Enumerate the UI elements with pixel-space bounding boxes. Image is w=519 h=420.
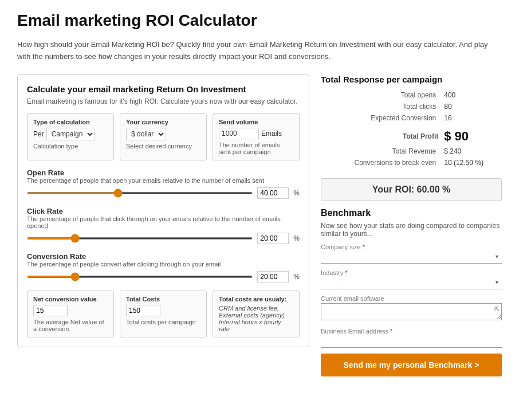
net-conversion-input[interactable] bbox=[33, 305, 68, 316]
email-software-label: Current email software bbox=[321, 295, 502, 302]
benchmark-section: Benchmark Now see how your stats are doi… bbox=[321, 208, 502, 376]
table-row: Expected Conversion 16 bbox=[322, 113, 501, 123]
total-response-heading: Total Response per campaign bbox=[321, 74, 502, 84]
click-rate-section: Click Rate The percentage of people that… bbox=[27, 207, 300, 244]
type-of-calc-label: Type of calculation bbox=[33, 119, 108, 125]
resize-icon: ⇱ bbox=[494, 305, 500, 313]
industry-label: Industry * bbox=[321, 269, 502, 276]
click-rate-desc: The percentage of people that click thro… bbox=[27, 215, 300, 229]
currency-desc: Select desired currency bbox=[126, 143, 200, 150]
total-costs-note-items: CRM and license fee, External costs (age… bbox=[219, 305, 293, 332]
total-costs-field: Total Costs Total costs per campaign bbox=[120, 291, 207, 337]
total-profit-value: $ 90 bbox=[442, 124, 501, 145]
left-heading: Calculate your email marketing Return On… bbox=[27, 84, 300, 94]
click-rate-input[interactable] bbox=[257, 233, 289, 244]
open-rate-input[interactable] bbox=[257, 187, 289, 199]
left-subtitle: Email marketing is famous for it's high … bbox=[27, 97, 300, 105]
total-profit-label: Total Profit bbox=[322, 124, 441, 145]
table-row: Total opens 400 bbox=[322, 90, 501, 100]
conversion-rate-input[interactable] bbox=[257, 271, 289, 282]
company-size-label: Company size * bbox=[321, 244, 502, 250]
industry-select[interactable] bbox=[321, 277, 502, 289]
open-rate-pct: % bbox=[293, 189, 300, 197]
conversion-rate-label: Conversion Rate bbox=[27, 252, 300, 261]
break-even-label: Conversions to break even bbox=[322, 158, 441, 168]
total-clicks-value: 80 bbox=[442, 101, 501, 112]
expected-conv-label: Expected Conversion bbox=[322, 113, 441, 123]
table-row: Total Revenue $ 240 bbox=[322, 146, 501, 156]
click-rate-slider[interactable] bbox=[27, 237, 253, 240]
break-even-value: 10 (12.50 %) bbox=[442, 158, 501, 168]
industry-required: * bbox=[345, 269, 347, 276]
open-rate-desc: The percentage of people that open your … bbox=[27, 177, 300, 184]
per-label: Per bbox=[33, 130, 44, 138]
send-volume-input[interactable] bbox=[219, 128, 259, 139]
expected-conv-value: 16 bbox=[442, 113, 501, 123]
net-conversion-field: Net conversion value The average Net val… bbox=[27, 291, 114, 337]
total-costs-note-field: Total costs are usualy: CRM and license … bbox=[213, 291, 300, 337]
right-panel: Total Response per campaign Total opens … bbox=[321, 74, 502, 376]
email-address-field: Business Email-address * bbox=[321, 328, 502, 348]
company-size-field: Company size * bbox=[321, 244, 502, 264]
table-row: Total Profit $ 90 bbox=[322, 124, 501, 145]
table-row: Conversions to break even 10 (12.50 %) bbox=[322, 158, 501, 168]
send-volume-label: Send volume bbox=[219, 119, 293, 125]
open-rate-section: Open Rate The percentage of people that … bbox=[27, 168, 300, 199]
stats-table: Total opens 400 Total clicks 80 Expected… bbox=[321, 89, 502, 169]
currency-field: Your currency $ dollar Select desired cu… bbox=[120, 113, 207, 160]
type-of-calc-field: Type of calculation Per Campaign Calcula… bbox=[27, 113, 114, 160]
currency-select[interactable]: $ dollar bbox=[126, 128, 166, 140]
conversion-rate-slider[interactable] bbox=[27, 276, 253, 278]
net-conversion-desc: The average Net value of a conversion bbox=[33, 319, 108, 332]
email-address-label: Business Email-address * bbox=[321, 328, 502, 335]
conversion-rate-desc: The percentage of people convert after c… bbox=[27, 261, 300, 268]
calc-type-desc: Calculation type bbox=[33, 143, 108, 150]
page-intro: How high should your Email Marketing ROI… bbox=[17, 39, 502, 63]
email-address-required: * bbox=[390, 328, 392, 335]
table-row: Total clicks 80 bbox=[322, 101, 501, 112]
total-revenue-label: Total Revenue bbox=[322, 146, 441, 156]
total-costs-desc: Total costs per campaign bbox=[126, 319, 200, 325]
net-conversion-label: Net conversion value bbox=[33, 296, 108, 303]
main-layout: Calculate your email marketing Return On… bbox=[17, 74, 502, 376]
conversion-rate-pct: % bbox=[293, 273, 300, 281]
bottom-fields: Net conversion value The average Net val… bbox=[27, 291, 300, 337]
page-title: Email marketing ROI Calculator bbox=[17, 11, 502, 30]
left-panel: Calculate your email marketing Return On… bbox=[17, 74, 309, 347]
email-address-input[interactable] bbox=[321, 336, 502, 348]
calc-type-select[interactable]: Campaign bbox=[46, 128, 95, 140]
total-clicks-label: Total clicks bbox=[322, 101, 441, 112]
send-volume-unit: Emails bbox=[261, 129, 282, 138]
open-rate-slider[interactable] bbox=[27, 192, 253, 194]
conversion-rate-section: Conversion Rate The percentage of people… bbox=[27, 252, 300, 282]
company-size-required: * bbox=[363, 244, 365, 250]
click-rate-label: Click Rate bbox=[27, 207, 300, 215]
email-software-field: Current email software ⇱ bbox=[321, 295, 502, 322]
send-volume-desc: The number of emails sent per campaign bbox=[219, 142, 293, 155]
benchmark-desc: Now see how your stats are doing compare… bbox=[321, 222, 502, 238]
email-software-input[interactable] bbox=[321, 303, 502, 320]
send-benchmark-button[interactable]: Send me my personal Benchmark > bbox=[321, 354, 502, 376]
click-rate-pct: % bbox=[293, 234, 300, 242]
currency-label: Your currency bbox=[126, 119, 200, 125]
industry-field: Industry * bbox=[321, 269, 502, 289]
total-opens-label: Total opens bbox=[322, 90, 441, 100]
total-revenue-value: $ 240 bbox=[442, 146, 501, 156]
calc-row-top: Type of calculation Per Campaign Calcula… bbox=[27, 113, 300, 160]
total-costs-input[interactable] bbox=[126, 305, 160, 316]
company-size-select[interactable] bbox=[321, 252, 502, 264]
benchmark-heading: Benchmark bbox=[321, 208, 502, 218]
total-response-section: Total Response per campaign Total opens … bbox=[321, 74, 502, 169]
open-rate-label: Open Rate bbox=[27, 168, 300, 177]
roi-box: Your ROI: 60.00 % bbox=[321, 178, 502, 201]
total-costs-label: Total Costs bbox=[126, 296, 200, 303]
send-volume-field: Send volume Emails The number of emails … bbox=[213, 113, 300, 160]
total-opens-value: 400 bbox=[442, 90, 501, 100]
total-costs-note-label: Total costs are usualy: bbox=[219, 296, 293, 303]
